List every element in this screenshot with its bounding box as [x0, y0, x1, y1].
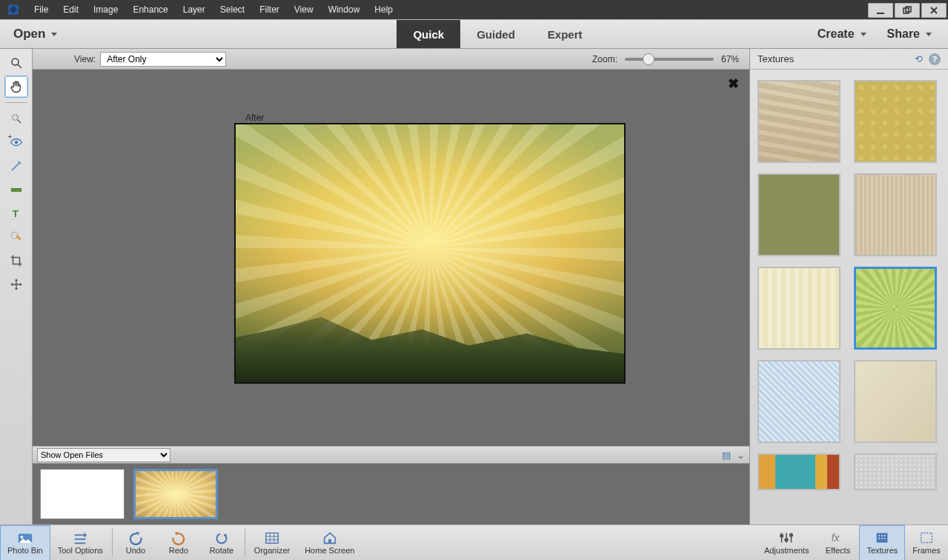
reset-icon[interactable]: ⟲	[915, 53, 923, 65]
zoom-value: 67%	[721, 54, 739, 64]
svg-text:T: T	[12, 208, 19, 219]
texture-6-sunburst[interactable]	[854, 267, 937, 350]
redo-button[interactable]: Redo	[157, 525, 200, 561]
window-minimize-button[interactable]	[868, 3, 893, 18]
tab-guided[interactable]: Guided	[460, 20, 531, 48]
homescreen-button[interactable]: Home Screen	[297, 525, 362, 561]
view-dropdown[interactable]: After Only	[100, 52, 226, 67]
organizer-button[interactable]: Organizer	[247, 525, 297, 561]
menu-view[interactable]: View	[287, 4, 321, 15]
menu-help[interactable]: Help	[367, 4, 400, 15]
rotate-button[interactable]: Rotate	[200, 525, 243, 561]
create-button[interactable]: Create	[809, 27, 875, 41]
svg-rect-29	[328, 539, 331, 544]
svg-point-39	[881, 535, 883, 536]
photo-bin	[33, 464, 749, 524]
chevron-down-icon	[861, 33, 866, 36]
whiten-tool[interactable]	[4, 155, 28, 177]
window-restore-button[interactable]	[895, 3, 920, 18]
texture-10[interactable]	[854, 453, 937, 490]
tab-quick[interactable]: Quick	[397, 20, 460, 48]
open-button[interactable]: Open	[0, 20, 70, 48]
text-tool[interactable]: T	[4, 202, 28, 224]
help-icon[interactable]: ?	[929, 53, 941, 65]
effects-button[interactable]: fx Effects	[816, 525, 859, 561]
texture-8[interactable]	[854, 360, 937, 443]
svg-point-7	[12, 115, 18, 121]
photobin-button[interactable]: Photo Bin	[0, 525, 50, 561]
menu-file[interactable]: File	[27, 4, 56, 15]
share-button[interactable]: Share	[878, 27, 941, 41]
svg-point-34	[785, 539, 788, 541]
bin-bar: Show Open Files ▤ ⌄	[33, 446, 749, 464]
canvas-area: ✖ After	[33, 70, 749, 446]
svg-rect-2	[877, 13, 884, 14]
texture-9[interactable]	[758, 453, 841, 490]
panel-title: Textures	[758, 53, 794, 64]
viewbar: View: After Only Zoom: 67%	[33, 49, 749, 70]
bin-dropdown[interactable]: Show Open Files	[37, 448, 170, 462]
right-panel: Textures ⟲ ?	[749, 49, 948, 524]
zoom-label: Zoom:	[592, 54, 617, 64]
bottom-bar: Photo Bin Tool Options Undo Redo Rotate …	[0, 524, 948, 560]
svg-line-6	[18, 64, 21, 68]
texture-2[interactable]	[854, 80, 937, 163]
bin-thumb-1[interactable]	[40, 469, 125, 519]
app-icon	[0, 0, 27, 19]
spot-heal-tool[interactable]	[4, 226, 28, 248]
frames-button[interactable]: Frames	[905, 525, 948, 561]
chevron-down-icon	[926, 33, 932, 36]
zoom-slider[interactable]	[625, 58, 714, 61]
undo-button[interactable]: Undo	[114, 525, 157, 561]
bin-collapse-icon[interactable]: ⌄	[737, 450, 745, 461]
svg-point-38	[879, 535, 881, 536]
texture-1[interactable]	[758, 80, 841, 163]
view-label: View:	[74, 54, 96, 64]
svg-point-9	[15, 141, 17, 144]
svg-rect-24	[266, 533, 279, 544]
textures-button[interactable]: Textures	[859, 525, 905, 561]
menubar: File Edit Image Enhance Layer Select Fil…	[0, 0, 948, 19]
crop-tool[interactable]	[4, 250, 28, 272]
svg-point-41	[879, 538, 881, 539]
menu-window[interactable]: Window	[321, 4, 368, 15]
svg-line-8	[17, 120, 21, 124]
menu-layer[interactable]: Layer	[176, 4, 213, 15]
tooloptions-button[interactable]: Tool Options	[50, 525, 110, 561]
canvas-image[interactable]	[234, 123, 626, 384]
open-label: Open	[13, 27, 45, 41]
menu-filter[interactable]: Filter	[252, 4, 287, 15]
menu-select[interactable]: Select	[213, 4, 252, 15]
texture-5[interactable]	[758, 267, 841, 350]
tab-expert[interactable]: Expert	[531, 20, 599, 48]
svg-point-33	[780, 534, 783, 537]
menu-edit[interactable]: Edit	[56, 4, 86, 15]
svg-point-5	[12, 59, 19, 65]
window-close-button[interactable]	[921, 3, 947, 18]
redeye-tool[interactable]: +	[4, 131, 28, 153]
toolbar: + T	[0, 49, 33, 524]
svg-text:fx: fx	[832, 533, 841, 544]
texture-7[interactable]	[758, 360, 841, 443]
menu-image[interactable]: Image	[86, 4, 125, 15]
close-document-icon[interactable]: ✖	[728, 76, 739, 92]
straighten-tool[interactable]	[4, 179, 28, 201]
texture-3[interactable]	[758, 173, 841, 256]
zoom-slider-thumb[interactable]	[643, 53, 654, 65]
svg-rect-44	[921, 533, 932, 543]
svg-point-35	[790, 534, 793, 537]
svg-point-42	[881, 538, 883, 539]
move-tool[interactable]	[4, 273, 28, 296]
zoom-tool[interactable]	[4, 52, 28, 74]
texture-4[interactable]	[854, 173, 937, 256]
quick-select-tool[interactable]	[4, 107, 28, 130]
bin-list-icon[interactable]: ▤	[722, 450, 731, 461]
bin-thumb-2[interactable]	[133, 469, 218, 519]
svg-point-40	[884, 535, 886, 536]
adjustments-button[interactable]: Adjustments	[757, 525, 817, 561]
modebar: Open Quick Guided Expert Create Share	[0, 19, 948, 49]
hand-tool[interactable]	[4, 76, 28, 98]
svg-point-19	[20, 536, 23, 539]
menu-enhance[interactable]: Enhance	[125, 4, 175, 15]
chevron-down-icon	[51, 33, 57, 36]
